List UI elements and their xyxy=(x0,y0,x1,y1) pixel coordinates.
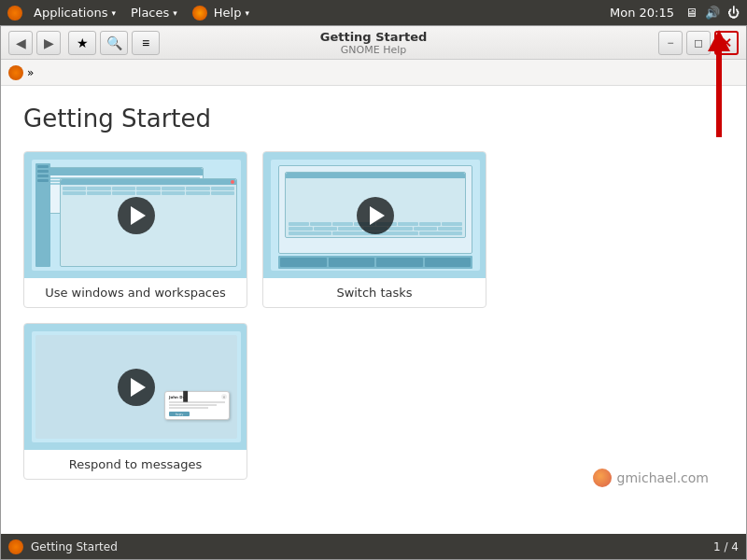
play-icon-messages xyxy=(131,378,146,397)
display-icon: 🖥 xyxy=(685,6,698,20)
window-controls: − ◻ ✕ xyxy=(658,31,739,55)
nav-buttons: ◀ ▶ xyxy=(8,31,61,55)
search-button[interactable]: 🔍 xyxy=(100,31,128,55)
help-label: Help xyxy=(214,6,242,20)
statusbar-title: Getting Started xyxy=(31,540,118,553)
places-label: Places xyxy=(131,6,169,20)
close-button[interactable]: ✕ xyxy=(714,31,739,55)
bookmark-button[interactable]: ★ xyxy=(68,31,96,55)
forward-button[interactable]: ▶ xyxy=(36,31,61,55)
card-messages-thumb: John Doe Reply ✕ xyxy=(24,324,247,450)
power-icon: ⏻ xyxy=(727,6,740,20)
breadcrumb-separator: » xyxy=(27,66,34,79)
search-icon: 🔍 xyxy=(106,35,122,50)
play-button-messages[interactable] xyxy=(118,369,155,406)
card-tasks-label: Switch tasks xyxy=(263,278,486,307)
help-icon xyxy=(192,6,207,21)
volume-icon: 🔊 xyxy=(705,6,720,20)
toolbar-buttons: ★ 🔍 ≡ xyxy=(68,31,160,55)
menubar-right: Mon 20:15 🖥 🔊 ⏻ xyxy=(610,6,740,20)
system-tray: 🖥 🔊 ⏻ xyxy=(685,6,740,20)
card-windows[interactable]: Use windows and workspaces xyxy=(23,151,247,308)
watermark-text: gmichael.com xyxy=(617,470,709,485)
back-button[interactable]: ◀ xyxy=(8,31,33,55)
help-arrow: ▾ xyxy=(245,8,249,18)
watermark: gmichael.com xyxy=(593,469,709,487)
restore-button[interactable]: ◻ xyxy=(686,31,711,55)
window-subtitle: GNOME Help xyxy=(320,44,428,56)
statusbar-left: Getting Started xyxy=(8,539,118,554)
menubar: Applications ▾ Places ▾ Help ▾ Mon 20:15… xyxy=(0,0,747,25)
statusbar: Getting Started 1 / 4 xyxy=(1,534,746,559)
cards-grid: Use windows and workspaces xyxy=(23,151,724,480)
system-logo xyxy=(7,6,22,21)
page-heading: Getting Started xyxy=(23,105,724,133)
statusbar-right: 1 / 4 xyxy=(713,540,739,553)
titlebar: ◀ ▶ Getting Started GNOME Help ★ 🔍 ≡ − ◻… xyxy=(1,26,746,60)
play-button-windows[interactable] xyxy=(118,197,155,234)
breadcrumb-bar: » xyxy=(1,60,746,86)
places-menu[interactable]: Places ▾ xyxy=(123,4,185,21)
applications-menu[interactable]: Applications ▾ xyxy=(26,4,123,21)
card-messages[interactable]: John Doe Reply ✕ xyxy=(23,323,247,480)
breadcrumb-logo xyxy=(8,65,23,80)
play-button-tasks[interactable] xyxy=(357,197,394,234)
places-arrow: ▾ xyxy=(173,8,177,18)
main-window: ◀ ▶ Getting Started GNOME Help ★ 🔍 ≡ − ◻… xyxy=(0,25,747,560)
card-messages-label: Respond to messages xyxy=(24,450,247,479)
minimize-button[interactable]: − xyxy=(658,31,683,55)
applications-label: Applications xyxy=(34,6,107,20)
card-windows-thumb xyxy=(24,152,247,278)
window-title-area: Getting Started GNOME Help xyxy=(320,30,428,56)
applications-arrow: ▾ xyxy=(111,8,116,18)
card-windows-label: Use windows and workspaces xyxy=(24,278,247,307)
help-menu[interactable]: Help ▾ xyxy=(185,4,257,22)
statusbar-logo xyxy=(8,539,23,554)
watermark-logo xyxy=(593,469,612,487)
window-title: Getting Started xyxy=(320,30,428,44)
clock: Mon 20:15 xyxy=(610,6,674,20)
play-icon-tasks xyxy=(370,206,385,225)
card-tasks[interactable]: Switch tasks xyxy=(262,151,486,308)
close-icon: ✕ xyxy=(721,35,732,50)
menu-button[interactable]: ≡ xyxy=(132,31,160,55)
main-content: Getting Started xyxy=(1,86,746,534)
card-tasks-thumb xyxy=(263,152,486,278)
page-indicator: 1 / 4 xyxy=(713,540,739,553)
play-icon xyxy=(131,206,146,225)
